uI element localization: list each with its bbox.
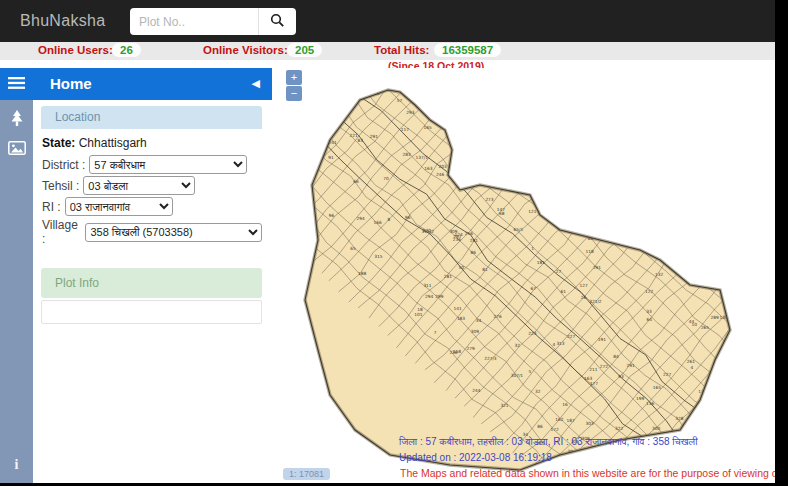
svg-text:58: 58 bbox=[291, 125, 297, 130]
svg-text:1: 1 bbox=[531, 246, 534, 251]
svg-text:118: 118 bbox=[585, 249, 593, 254]
svg-text:181: 181 bbox=[537, 260, 545, 265]
svg-text:275: 275 bbox=[510, 119, 518, 124]
layers-tree-button[interactable] bbox=[0, 108, 33, 132]
village-select[interactable]: 358 चिखली (5703358) bbox=[85, 223, 262, 242]
svg-text:34: 34 bbox=[476, 318, 482, 323]
svg-text:66: 66 bbox=[353, 179, 359, 184]
svg-text:137/1: 137/1 bbox=[416, 155, 429, 160]
svg-text:291: 291 bbox=[370, 134, 378, 139]
svg-text:321: 321 bbox=[500, 403, 508, 408]
svg-text:71: 71 bbox=[467, 112, 473, 117]
village-row: Village : 358 चिखली (5703358) bbox=[42, 218, 262, 246]
svg-text:265: 265 bbox=[701, 325, 709, 330]
search-button[interactable] bbox=[258, 8, 296, 35]
svg-text:96: 96 bbox=[405, 215, 411, 220]
home-panel-header: Home ◀ bbox=[33, 68, 272, 100]
district-label: District : bbox=[42, 158, 85, 172]
svg-text:328: 328 bbox=[675, 416, 683, 421]
svg-text:16: 16 bbox=[562, 402, 568, 407]
svg-text:250: 250 bbox=[321, 88, 329, 93]
svg-text:165: 165 bbox=[424, 125, 432, 130]
map-zoom-controls: + − bbox=[286, 70, 302, 101]
svg-text:322: 322 bbox=[615, 426, 623, 431]
svg-text:163: 163 bbox=[424, 166, 432, 171]
svg-text:9: 9 bbox=[598, 224, 601, 229]
zoom-out-button[interactable]: − bbox=[286, 86, 302, 101]
svg-text:158: 158 bbox=[453, 349, 461, 354]
svg-text:4: 4 bbox=[552, 342, 555, 347]
svg-text:165: 165 bbox=[653, 385, 661, 390]
map-disclaimer-text: The Maps and related data shown in this … bbox=[400, 467, 775, 479]
svg-text:279: 279 bbox=[747, 385, 755, 390]
map-viewport[interactable]: 2612413223273210313166162127129750912891… bbox=[272, 68, 775, 483]
svg-text:199: 199 bbox=[636, 396, 644, 401]
svg-text:172: 172 bbox=[551, 427, 559, 432]
online-visitors-label: Online Visitors: bbox=[203, 44, 288, 56]
ri-row: RI : 03 राजानवागांव bbox=[42, 197, 262, 216]
online-visitors-value: 205 bbox=[287, 43, 322, 57]
svg-text:205: 205 bbox=[712, 385, 720, 390]
svg-text:129: 129 bbox=[757, 385, 765, 390]
svg-text:303: 303 bbox=[586, 421, 594, 426]
svg-text:81: 81 bbox=[302, 118, 308, 123]
svg-text:64: 64 bbox=[647, 317, 653, 322]
svg-text:276: 276 bbox=[494, 314, 502, 319]
zoom-in-button[interactable]: + bbox=[286, 70, 302, 85]
svg-text:27: 27 bbox=[556, 269, 562, 274]
svg-text:191: 191 bbox=[598, 337, 606, 342]
svg-text:187: 187 bbox=[567, 418, 575, 423]
svg-text:101: 101 bbox=[414, 312, 422, 317]
info-button[interactable]: i bbox=[0, 453, 33, 477]
svg-text:7: 7 bbox=[434, 330, 437, 335]
online-users-value: 26 bbox=[112, 43, 141, 57]
plot-search-input[interactable] bbox=[130, 8, 258, 35]
svg-text:203: 203 bbox=[438, 164, 446, 169]
svg-text:65: 65 bbox=[350, 246, 356, 251]
svg-text:293: 293 bbox=[406, 110, 414, 115]
screenshot-right-border bbox=[775, 0, 788, 486]
svg-text:147: 147 bbox=[497, 207, 505, 212]
state-line: State: Chhattisgarh bbox=[42, 136, 262, 150]
svg-text:17: 17 bbox=[607, 213, 613, 218]
plot-info-title: Plot Info bbox=[41, 268, 262, 298]
svg-text:199: 199 bbox=[705, 449, 713, 454]
svg-text:227: 227 bbox=[663, 372, 671, 377]
ri-select[interactable]: 03 राजानवागांव bbox=[65, 197, 173, 216]
hamburger-menu-button[interactable] bbox=[0, 68, 33, 100]
svg-text:240: 240 bbox=[466, 80, 474, 85]
svg-text:210/1: 210/1 bbox=[294, 147, 307, 152]
svg-text:86: 86 bbox=[470, 250, 476, 255]
svg-text:61: 61 bbox=[561, 289, 567, 294]
svg-text:294: 294 bbox=[425, 294, 433, 299]
map-district-caption: जिला : 57 कबीरधाम, तहसील : 03 बोडला, RI … bbox=[399, 436, 697, 448]
map-updated-caption: Updated on : 2022-03-08 16:19:18 bbox=[399, 452, 552, 463]
location-form: State: Chhattisgarh District : 57 कबीरधा… bbox=[41, 129, 262, 246]
district-select[interactable]: 57 कबीरधाम bbox=[89, 155, 247, 174]
svg-text:291: 291 bbox=[626, 363, 634, 368]
ri-label: RI : bbox=[42, 200, 61, 214]
svg-text:10: 10 bbox=[692, 322, 698, 327]
svg-text:307/1: 307/1 bbox=[511, 373, 524, 378]
svg-text:223: 223 bbox=[528, 331, 536, 336]
map-image-button[interactable] bbox=[0, 138, 33, 162]
svg-text:174: 174 bbox=[453, 171, 461, 176]
svg-text:166: 166 bbox=[374, 220, 382, 225]
svg-text:303/3: 303/3 bbox=[764, 358, 775, 363]
svg-text:22: 22 bbox=[456, 173, 462, 178]
collapse-panel-arrow[interactable]: ◀ bbox=[252, 77, 260, 90]
stats-bar: Online Users: 26 Online Visitors: 205 To… bbox=[0, 42, 775, 60]
svg-text:321/2: 321/2 bbox=[589, 299, 602, 304]
svg-text:315: 315 bbox=[374, 254, 382, 259]
svg-text:179: 179 bbox=[603, 213, 611, 218]
svg-text:294: 294 bbox=[472, 122, 480, 127]
svg-text:279: 279 bbox=[467, 346, 475, 351]
svg-text:48: 48 bbox=[462, 74, 468, 79]
cadastral-map[interactable]: 2612413223273210313166162127129750912891… bbox=[272, 68, 775, 483]
tehsil-select[interactable]: 03 बोडला bbox=[83, 176, 195, 195]
svg-text:4: 4 bbox=[690, 365, 693, 370]
svg-text:221: 221 bbox=[350, 133, 358, 138]
svg-text:97: 97 bbox=[312, 163, 318, 168]
svg-text:297: 297 bbox=[453, 234, 461, 239]
svg-text:160: 160 bbox=[445, 83, 453, 88]
